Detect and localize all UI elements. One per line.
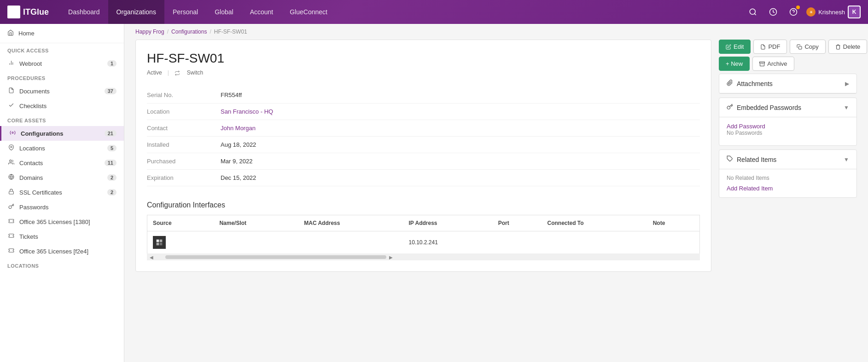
- contacts-count: 11: [105, 160, 117, 166]
- field-label-contact: Contact: [147, 120, 221, 137]
- interfaces-table: Source Name/Slot MAC Address IP Address …: [147, 215, 700, 254]
- related-widget: Related Items ▼ No Related Items Add Rel…: [719, 149, 857, 198]
- scroll-left-arrow[interactable]: ◀: [147, 255, 156, 260]
- user-info[interactable]: ☀ Krishnesh K: [806, 6, 861, 18]
- sidebar-home[interactable]: Home: [0, 24, 124, 43]
- svg-rect-18: [160, 240, 163, 242]
- quick-access-header: Quick Access: [0, 43, 124, 56]
- edit-button[interactable]: Edit: [719, 40, 751, 54]
- add-related-link[interactable]: Add Related Item: [727, 185, 849, 192]
- ticket-icon: [7, 218, 15, 225]
- no-related-text: No Related Items: [727, 175, 849, 181]
- svg-rect-2: [10, 12, 13, 16]
- tag-icon: [727, 155, 733, 163]
- related-widget-header[interactable]: Related Items ▼: [719, 150, 856, 169]
- logo-text: ITGlue: [23, 7, 49, 17]
- configurations-label: Configurations: [21, 130, 100, 137]
- procedures-header: Procedures: [0, 71, 124, 84]
- help-icon[interactable]: [786, 5, 801, 19]
- sidebar-item-passwords[interactable]: Passwords: [0, 200, 124, 214]
- sidebar-item-tickets[interactable]: Tickets: [0, 229, 124, 244]
- search-icon[interactable]: [746, 5, 760, 19]
- scroll-bar[interactable]: [165, 255, 386, 259]
- pdf-button[interactable]: PDF: [753, 40, 787, 54]
- app-logo[interactable]: ITGlue: [7, 6, 49, 18]
- delete-label: Delete: [843, 43, 861, 50]
- passwords-widget: Embedded Passwords ▼ Add Password No Pas…: [719, 98, 857, 146]
- breadcrumb-section[interactable]: Configurations: [171, 29, 207, 35]
- sidebar-item-contacts[interactable]: Contacts 11: [0, 155, 124, 170]
- passwords-widget-title: Embedded Passwords: [737, 104, 801, 111]
- field-value-location[interactable]: San Francisco - HQ: [221, 103, 700, 120]
- copy-button[interactable]: Copy: [790, 40, 825, 54]
- passwords-widget-header[interactable]: Embedded Passwords ▼: [719, 98, 856, 117]
- breadcrumb-current: HF-SF-SW01: [214, 29, 247, 35]
- new-button[interactable]: + New: [719, 57, 750, 71]
- nav-glueconnect[interactable]: GlueConnect: [281, 0, 336, 24]
- checklists-label: Checklists: [19, 103, 117, 109]
- top-nav: ITGlue Dashboard Organizations Personal …: [0, 0, 868, 24]
- paperclip-icon: [727, 80, 733, 87]
- locations-count: 5: [107, 145, 117, 151]
- document-icon: [7, 87, 15, 95]
- related-toggle: ▼: [844, 156, 849, 163]
- nav-organizations[interactable]: Organizations: [108, 0, 164, 24]
- globe-icon: [7, 174, 15, 181]
- sidebar-item-webroot[interactable]: Webroot 1: [0, 56, 124, 71]
- attachments-toggle: ▶: [845, 80, 849, 87]
- interface-ip-cell: 10.10.2.241: [403, 231, 492, 254]
- interface-row-1: 10.10.2.241: [147, 231, 700, 254]
- sidebar-item-ssl[interactable]: SSL Certificates 2: [0, 185, 124, 200]
- delete-button[interactable]: Delete: [828, 40, 868, 54]
- field-label-location: Location: [147, 103, 221, 120]
- col-name-slot: Name/Slot: [214, 215, 298, 231]
- home-icon: [7, 29, 14, 37]
- history-icon[interactable]: [766, 5, 781, 19]
- sidebar-item-office365-2[interactable]: Office 365 Licenses [f2e4]: [0, 244, 124, 259]
- field-label-expiration: Expiration: [147, 170, 221, 186]
- field-value-contact[interactable]: John Morgan: [221, 120, 700, 137]
- itglue-cell-icon: [153, 236, 166, 249]
- add-password-link[interactable]: Add Password: [727, 123, 849, 130]
- breadcrumb-sep-1: /: [167, 29, 169, 35]
- sidebar-item-locations[interactable]: Locations 5: [0, 141, 124, 155]
- sidebar-item-documents[interactable]: Documents 37: [0, 84, 124, 98]
- field-row-serial: Serial No. FR554ff: [147, 87, 700, 103]
- nav-personal[interactable]: Personal: [164, 0, 206, 24]
- webroot-label: Webroot: [19, 60, 103, 67]
- logo-icon: [7, 6, 20, 18]
- nav-dashboard[interactable]: Dashboard: [60, 0, 108, 24]
- sidebar-item-office365-1[interactable]: Office 365 Licenses [1380]: [0, 214, 124, 229]
- svg-point-12: [10, 146, 12, 148]
- nav-account[interactable]: Account: [242, 0, 282, 24]
- svg-point-4: [750, 9, 755, 14]
- breadcrumb-org[interactable]: Happy Frog: [135, 29, 164, 35]
- webroot-count: 1: [107, 60, 117, 67]
- sidebar-item-checklists[interactable]: Checklists: [0, 98, 124, 113]
- interface-source-cell: [147, 231, 214, 254]
- record-title: HF-SF-SW01: [147, 51, 700, 66]
- archive-label: Archive: [767, 60, 787, 67]
- office365-2-label: Office 365 Licenses [f2e4]: [19, 248, 117, 255]
- no-passwords-text: No Passwords: [727, 130, 849, 136]
- attachments-widget-header[interactable]: Attachments ▶: [719, 74, 856, 93]
- svg-rect-19: [157, 243, 159, 246]
- col-mac: MAC Address: [298, 215, 403, 231]
- nav-right: ☀ Krishnesh K: [746, 5, 861, 19]
- scroll-bar-area: ◀ ▶: [147, 254, 700, 260]
- related-widget-title: Related Items: [737, 156, 776, 163]
- breadcrumb: Happy Frog / Configurations / HF-SF-SW01: [124, 24, 868, 40]
- tickets-label: Tickets: [19, 233, 117, 240]
- ssl-count: 2: [107, 189, 117, 195]
- fields-table: Serial No. FR554ff Location San Francisc…: [147, 87, 700, 186]
- sidebar-item-domains[interactable]: Domains 2: [0, 170, 124, 185]
- check-icon: [7, 102, 15, 109]
- related-header-left: Related Items: [727, 155, 776, 163]
- field-label-serial: Serial No.: [147, 87, 221, 103]
- passwords-label: Passwords: [19, 204, 117, 211]
- archive-button[interactable]: Archive: [752, 57, 794, 71]
- scroll-right-arrow[interactable]: ▶: [386, 255, 396, 260]
- sidebar-item-configurations[interactable]: Configurations 21: [0, 126, 124, 141]
- nav-global[interactable]: Global: [206, 0, 241, 24]
- documents-count: 37: [105, 88, 117, 94]
